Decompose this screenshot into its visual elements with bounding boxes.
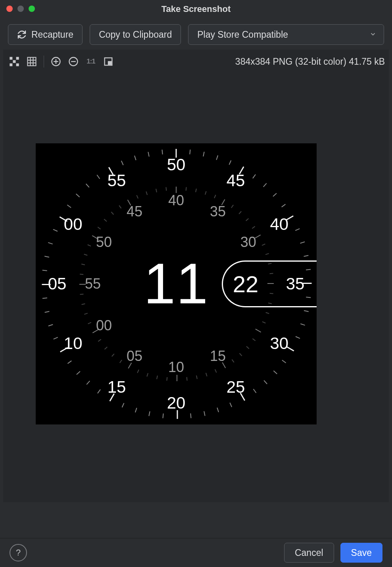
tick-outer bbox=[44, 311, 49, 312]
tick-outer bbox=[240, 393, 246, 401]
tick-outer bbox=[296, 336, 300, 339]
help-button[interactable]: ? bbox=[10, 544, 27, 561]
tick-outer bbox=[273, 370, 277, 374]
tick-outer bbox=[282, 360, 286, 363]
copy-to-clipboard-button[interactable]: Copy to Clipboard bbox=[90, 24, 181, 45]
tick-inner bbox=[265, 253, 269, 255]
close-window-button[interactable] bbox=[6, 6, 13, 12]
tick-inner bbox=[84, 254, 87, 256]
tick-inner bbox=[232, 359, 234, 363]
maximize-window-button[interactable] bbox=[29, 6, 35, 12]
svg-rect-1 bbox=[16, 57, 19, 60]
tick-inner bbox=[186, 187, 187, 191]
separator bbox=[44, 56, 44, 68]
dial-number: 00 bbox=[96, 317, 112, 334]
save-button[interactable]: Save bbox=[340, 543, 382, 563]
tick-inner bbox=[136, 195, 138, 199]
tick-inner bbox=[252, 226, 255, 229]
dial-number: 45 bbox=[227, 171, 245, 190]
dial-number: 55 bbox=[85, 276, 101, 292]
tick-outer bbox=[148, 152, 149, 156]
cancel-button[interactable]: Cancel bbox=[284, 543, 334, 563]
tick-outer bbox=[53, 229, 58, 232]
tick-inner bbox=[80, 294, 83, 295]
tick-inner bbox=[104, 219, 107, 222]
tick-inner bbox=[262, 244, 265, 246]
tick-inner bbox=[119, 360, 122, 363]
grid-icon[interactable] bbox=[26, 56, 37, 67]
tick-inner bbox=[246, 218, 249, 222]
tick-outer bbox=[121, 160, 124, 165]
tick-inner bbox=[215, 369, 217, 373]
tick-outer bbox=[263, 183, 267, 187]
tick-inner bbox=[111, 212, 114, 215]
tick-inner bbox=[127, 200, 131, 206]
dial-number: 10 bbox=[168, 359, 184, 376]
fit-window-icon[interactable] bbox=[9, 56, 20, 67]
tick-outer bbox=[42, 284, 51, 285]
tick-inner bbox=[195, 189, 197, 192]
tick-outer bbox=[53, 337, 58, 339]
zoom-out-icon[interactable] bbox=[68, 56, 79, 67]
minimize-window-button[interactable] bbox=[17, 6, 24, 12]
svg-rect-16 bbox=[108, 62, 111, 64]
preview-area: 11 3530252015100500555045402520151005005… bbox=[3, 73, 389, 502]
tick-outer bbox=[108, 167, 114, 176]
dial-number: 35 bbox=[210, 203, 226, 220]
actual-size-icon[interactable]: 1:1 bbox=[85, 56, 96, 67]
tick-outer bbox=[86, 183, 90, 187]
recapture-button[interactable]: Recapture bbox=[8, 24, 83, 45]
tick-outer bbox=[86, 381, 90, 385]
tick-outer bbox=[300, 323, 305, 326]
dial-number: 20 bbox=[167, 393, 186, 413]
tick-outer bbox=[229, 160, 232, 165]
tick-inner bbox=[186, 377, 188, 380]
tick-inner bbox=[88, 322, 91, 324]
watch-face: 11 3530252015100500555045402520151005005… bbox=[36, 143, 317, 424]
dial-number: 05 bbox=[127, 348, 142, 364]
tick-outer bbox=[76, 371, 80, 375]
dial-number: 10 bbox=[64, 334, 83, 353]
tick-inner bbox=[98, 227, 101, 230]
tick-inner bbox=[87, 244, 91, 246]
image-metadata: 384x384 PNG (32-bit color) 41.75 kB bbox=[235, 56, 385, 67]
tick-outer bbox=[97, 389, 101, 393]
tick-inner bbox=[262, 321, 266, 323]
tick-outer bbox=[110, 393, 115, 401]
tick-inner bbox=[137, 370, 139, 373]
recapture-label: Recapture bbox=[31, 29, 73, 40]
tick-outer bbox=[67, 204, 71, 208]
dial-number: 15 bbox=[210, 348, 226, 364]
tick-outer bbox=[263, 380, 267, 384]
tick-outer bbox=[217, 407, 219, 412]
svg-rect-4 bbox=[13, 60, 16, 63]
dial-number: 50 bbox=[167, 155, 186, 174]
dial-number: 40 bbox=[168, 192, 184, 209]
tick-inner bbox=[214, 195, 216, 198]
tick-outer bbox=[304, 310, 309, 312]
tick-inner bbox=[238, 211, 242, 214]
tick-outer bbox=[48, 324, 53, 326]
tick-inner bbox=[252, 338, 256, 341]
tick-inner bbox=[156, 376, 158, 379]
dial-number: 30 bbox=[240, 234, 256, 251]
tick-outer bbox=[253, 389, 257, 393]
tick-inner bbox=[255, 235, 261, 239]
dial-number: 05 bbox=[48, 274, 67, 293]
tick-inner bbox=[92, 235, 98, 239]
tick-outer bbox=[204, 411, 205, 416]
window-controls bbox=[6, 6, 35, 12]
tick-outer bbox=[67, 361, 72, 364]
tick-inner bbox=[146, 191, 148, 195]
tick-inner bbox=[81, 264, 85, 265]
dial-number: 40 bbox=[270, 215, 288, 234]
tick-outer bbox=[76, 193, 80, 197]
tick-outer bbox=[60, 216, 68, 222]
tick-inner bbox=[104, 347, 108, 350]
tick-inner bbox=[246, 346, 249, 349]
zoom-in-icon[interactable] bbox=[50, 56, 61, 67]
format-select[interactable]: Play Store Compatible bbox=[188, 24, 384, 45]
frame-icon[interactable] bbox=[103, 56, 114, 67]
tick-outer bbox=[97, 175, 100, 179]
tick-inner bbox=[156, 189, 157, 192]
